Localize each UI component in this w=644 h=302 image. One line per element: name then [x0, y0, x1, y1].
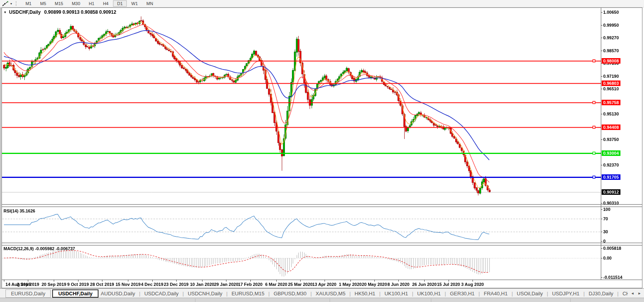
price-tick-label: 0.92370 — [603, 163, 619, 167]
chart-tab-usdcnh-daily[interactable]: USDCNH,Daily — [186, 290, 224, 297]
price-tick-label: 0.97190 — [603, 74, 619, 79]
timeframe-m15[interactable]: M15 — [51, 0, 67, 7]
chart-tab-hk50-h1[interactable]: HK50,H1 — [353, 290, 377, 297]
chart-cursor-icon[interactable] — [1, 1, 10, 6]
chart-tab-ger30-h1[interactable]: GER30,H1 — [448, 290, 476, 297]
chart-tab-gbpusd-m30[interactable]: GBPUSD,M30 — [272, 290, 308, 297]
price-tick-label: 0.96510 — [603, 86, 619, 91]
rsi-level-label: 30 — [603, 229, 608, 234]
tab-separator: | — [182, 291, 184, 297]
price-line-badge: 0.98008 — [602, 58, 620, 64]
tab-separator: | — [547, 291, 548, 297]
tab-separator: | — [139, 291, 140, 297]
price-tick-label: 0.90310 — [603, 201, 619, 205]
window-frame-edge — [0, 7, 2, 298]
rsi-level-label: 100 — [603, 207, 610, 212]
chart-tab-usoil-daily[interactable]: USOil,Daily — [515, 290, 544, 297]
price-line-badge: 0.93004 — [602, 150, 620, 156]
chart-tab-uk100-h1[interactable]: UK100,H1 — [416, 290, 442, 297]
chart-tab-xauusd-m5[interactable]: XAUUSD,M5 — [314, 290, 347, 297]
tab-separator: | — [379, 291, 380, 297]
rsi-level-label: 0 — [603, 239, 606, 243]
toolbar: ▼ M1M5M15M30H1H4D1W1MN — [0, 0, 644, 7]
price-tick-label: 0.93750 — [603, 137, 619, 142]
taskbar-separator — [431, 298, 431, 302]
tab-separator: | — [226, 291, 228, 297]
timeframe-m5[interactable]: M5 — [36, 0, 50, 7]
price-line-badge: 0.96803 — [602, 81, 620, 86]
current-price-badge: 0.90912 — [602, 189, 620, 195]
price-tick-label: 0.99950 — [603, 23, 619, 27]
tab-separator: | — [478, 291, 480, 297]
taskbar-strip — [0, 298, 644, 302]
timeframe-h1[interactable]: H1 — [85, 0, 98, 7]
price-line-badge: 0.95758 — [602, 100, 620, 105]
macd-label: MACD(12,26,9) -0.005982 -0.006737 — [4, 246, 75, 251]
tab-separator: | — [412, 291, 413, 297]
tab-scroll-left-icon[interactable]: ◄ — [631, 291, 634, 295]
chart-tab-usdchf-daily[interactable]: USDCHF,Daily — [52, 289, 98, 298]
chart-tab-eurusd-daily[interactable]: EURUSD,Daily — [5, 289, 51, 298]
tab-separator: | — [310, 291, 312, 297]
price-tick-label: 0.95130 — [603, 112, 619, 116]
chart-title: ▼USDCHF,Daily0.90899 0.90913 0.90858 0.9… — [4, 9, 116, 15]
timeframe-mn[interactable]: MN — [142, 0, 157, 7]
rsi-label: RSI(14) 35.1626 — [4, 209, 35, 213]
tab-separator: | — [349, 291, 350, 297]
chart-tab-audusd-daily[interactable]: AUDUSD,Daily — [99, 290, 137, 297]
chart-tab-usdjpy-h1[interactable]: USDJPY,H1 — [551, 290, 581, 297]
macd-axis-label: 0.005818 — [603, 246, 621, 251]
price-tick-label: 1.00650 — [603, 10, 619, 15]
tab-separator: | — [617, 291, 618, 297]
taskbar-separator — [330, 298, 330, 302]
tool-dropdown-caret-icon[interactable]: ▼ — [10, 2, 13, 5]
taskbar-separator — [570, 298, 571, 302]
chart-tab-eurusd-m15[interactable]: EURUSD,M15 — [230, 290, 266, 297]
tab-separator: | — [584, 291, 585, 297]
tab-separator: | — [511, 291, 513, 297]
tab-separator: | — [268, 291, 270, 297]
chart-canvas[interactable] — [0, 0, 644, 302]
timeframe-buttons: M1M5M15M30H1H4D1W1MN — [21, 0, 157, 7]
timeframe-m30[interactable]: M30 — [68, 0, 84, 7]
collapse-caret-icon[interactable]: ▼ — [4, 11, 7, 14]
tab-scroll-arrows: ◄ ► — [628, 289, 644, 297]
chart-tabs: EURUSD,DailyUSDCHF,DailyAUDUSD,Daily|USD… — [0, 288, 644, 298]
price-tick-label: 0.99270 — [603, 35, 619, 40]
timeframe-d1[interactable]: D1 — [113, 0, 126, 7]
rsi-level-label: 70 — [603, 216, 608, 221]
date-tick-label: 3 Aug 2020 — [455, 282, 490, 287]
tab-scroll-right-icon[interactable]: ► — [638, 291, 641, 295]
price-line-badge: 0.94408 — [602, 124, 620, 130]
chart-tab-uk100-h1[interactable]: UK100,H1 — [383, 290, 410, 297]
ohlc-values: 0.90899 0.90913 0.90858 0.90912 — [44, 9, 117, 15]
chart-tab-dj30-daily[interactable]: DJ30,Daily — [587, 290, 615, 297]
chart-tab-usdcad-daily[interactable]: USDCAD,Daily — [143, 290, 180, 297]
timeframe-m1[interactable]: M1 — [22, 0, 35, 7]
toolbar-grip[interactable] — [16, 1, 18, 6]
macd-axis-label: -0.011514 — [603, 275, 622, 280]
symbol-period-label: USDCHF,Daily — [9, 9, 41, 15]
timeframe-h4[interactable]: H4 — [99, 0, 112, 7]
tab-separator: | — [445, 291, 446, 297]
taskbar-separator — [195, 298, 195, 302]
price-tick-label: 0.98570 — [603, 48, 619, 53]
price-line-badge: 0.91705 — [602, 174, 620, 180]
timeframe-w1[interactable]: W1 — [128, 0, 142, 7]
chart-tab-fra40-h1[interactable]: FRA40,H1 — [482, 290, 509, 297]
macd-axis-label: 0.00 — [603, 256, 611, 260]
